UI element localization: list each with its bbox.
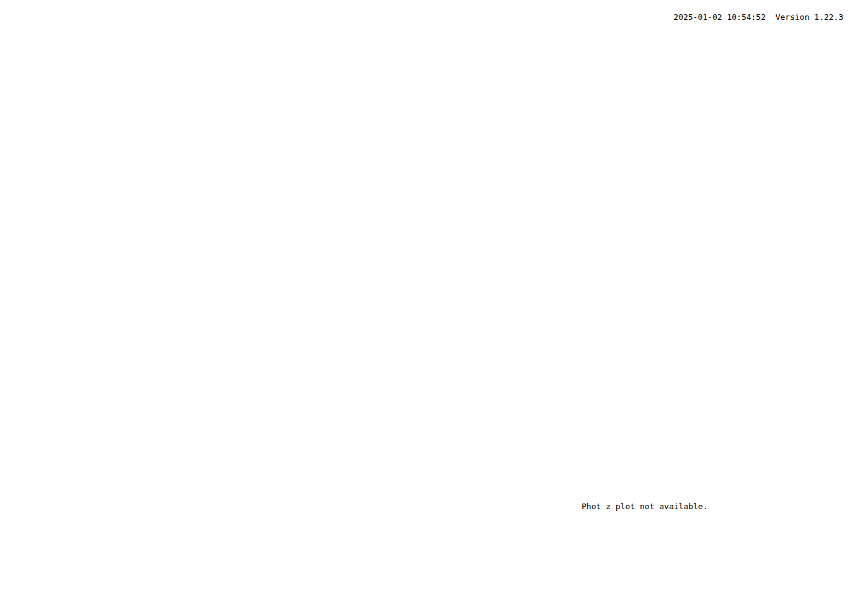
report-datetime: 2025-01-02 10:54:52: [673, 12, 766, 22]
report-version: Version 1.22.3: [776, 12, 844, 22]
twod-spectra-figure: [260, 17, 508, 160]
hetdex-detection-report: 2025-01-02 10:54:52 Version 1.22.3 Phot …: [0, 0, 868, 591]
report-datetime-version: 2025-01-02 10:54:52 Version 1.22.3: [654, 3, 843, 31]
photz-note: Phot z plot not available.: [582, 502, 708, 511]
spacer: [766, 12, 776, 22]
